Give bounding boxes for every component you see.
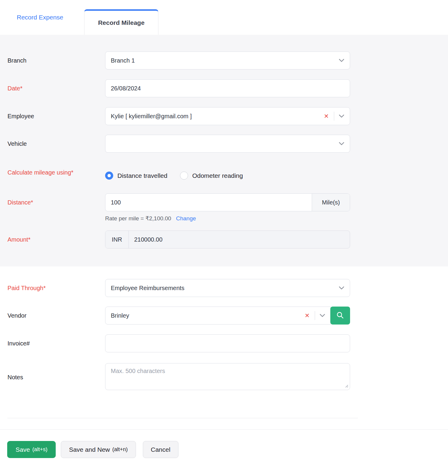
distance-unit: Mile(s) (312, 194, 350, 211)
amount-row: Amount* INR (0, 231, 448, 248)
invoice-label: Invoice# (0, 339, 105, 348)
currency-code: INR (105, 231, 129, 248)
save-and-new-button[interactable]: Save and New (alt+n) (61, 441, 136, 458)
radio-distance-travelled[interactable]: Distance travelled (105, 172, 167, 180)
date-input[interactable] (105, 79, 350, 97)
employee-value: Kylie [ kyliemiller@gmail.com ] (111, 113, 323, 120)
notes-label: Notes (0, 373, 105, 381)
branch-label: Branch (0, 57, 105, 65)
branch-select[interactable]: Branch 1 (105, 51, 350, 69)
chevron-down-icon[interactable] (339, 114, 344, 118)
invoice-row: Invoice# (0, 334, 448, 352)
form-divider (7, 418, 358, 418)
amount-label: Amount* (0, 236, 105, 244)
vendor-label: Vendor (0, 312, 105, 320)
change-rate-link[interactable]: Change (176, 215, 196, 222)
calc-mileage-options: Distance travelled Odometer reading (105, 168, 350, 180)
search-icon (336, 311, 344, 320)
payment-details-section: Paid Through* Employee Reimbursements Ve… (0, 266, 448, 458)
chevron-down-icon[interactable] (339, 59, 344, 62)
vendor-select[interactable]: Brinley ✕ (105, 307, 331, 325)
vendor-search-button[interactable] (330, 307, 350, 325)
rate-per-mile-text: Rate per mile = ₹2,100.00 (105, 215, 171, 222)
paid-through-row: Paid Through* Employee Reimbursements (0, 279, 448, 297)
distance-label: Distance* (0, 193, 105, 211)
notes-row: Notes (0, 363, 448, 391)
distance-input-group: Mile(s) (105, 193, 350, 211)
distance-input[interactable] (105, 194, 312, 211)
cancel-button[interactable]: Cancel (143, 441, 178, 458)
record-mileage-page: Record Expense Record Mileage Branch Bra… (0, 0, 448, 476)
clear-icon[interactable]: ✕ (304, 312, 310, 319)
vehicle-label: Vehicle (0, 140, 105, 148)
paid-through-label: Paid Through* (0, 284, 105, 292)
vendor-value: Brinley (111, 312, 304, 319)
radio-unselected-icon (180, 172, 188, 180)
chevron-down-icon[interactable] (320, 314, 325, 317)
date-row: Date* (0, 79, 448, 97)
mileage-details-section: Branch Branch 1 Date* Employee Kylie [ k (0, 35, 448, 266)
vehicle-select[interactable] (105, 135, 350, 153)
radio-selected-icon (105, 172, 113, 180)
tab-bar: Record Expense Record Mileage (0, 0, 448, 35)
invoice-input[interactable] (105, 334, 350, 352)
employee-label: Employee (0, 112, 105, 120)
action-footer: Save (alt+s) Save and New (alt+n) Cancel (0, 429, 448, 458)
calc-mileage-label: Calculate mileage using* (0, 168, 105, 178)
paid-through-select[interactable]: Employee Reimbursements (105, 279, 350, 297)
chevron-down-icon[interactable] (339, 142, 344, 145)
save-and-new-shortcut: (alt+n) (112, 446, 128, 453)
employee-row: Employee Kylie [ kyliemiller@gmail.com ]… (0, 107, 448, 125)
employee-select[interactable]: Kylie [ kyliemiller@gmail.com ] ✕ (105, 107, 350, 125)
divider (315, 311, 315, 320)
branch-value: Branch 1 (111, 57, 339, 64)
vehicle-row: Vehicle (0, 135, 448, 153)
notes-textarea[interactable] (105, 363, 350, 390)
calc-mileage-row: Calculate mileage using* Distance travel… (0, 168, 448, 180)
amount-input[interactable] (129, 231, 350, 248)
clear-icon[interactable]: ✕ (323, 113, 329, 120)
branch-row: Branch Branch 1 (0, 51, 448, 69)
divider (334, 112, 334, 121)
amount-input-group: INR (105, 231, 350, 248)
rate-per-mile-line: Rate per mile = ₹2,100.00 Change (105, 215, 350, 222)
save-button[interactable]: Save (alt+s) (7, 441, 56, 458)
save-shortcut: (alt+s) (32, 446, 48, 453)
radio-odometer-reading[interactable]: Odometer reading (180, 172, 243, 180)
chevron-down-icon[interactable] (339, 286, 344, 290)
tab-record-expense[interactable]: Record Expense (11, 0, 69, 35)
paid-through-value: Employee Reimbursements (111, 285, 339, 292)
vendor-row: Vendor Brinley ✕ (0, 307, 448, 325)
date-label: Date* (0, 84, 105, 93)
distance-row: Distance* Mile(s) Rate per mile = ₹2,100… (0, 193, 448, 222)
tab-record-mileage[interactable]: Record Mileage (84, 9, 158, 35)
